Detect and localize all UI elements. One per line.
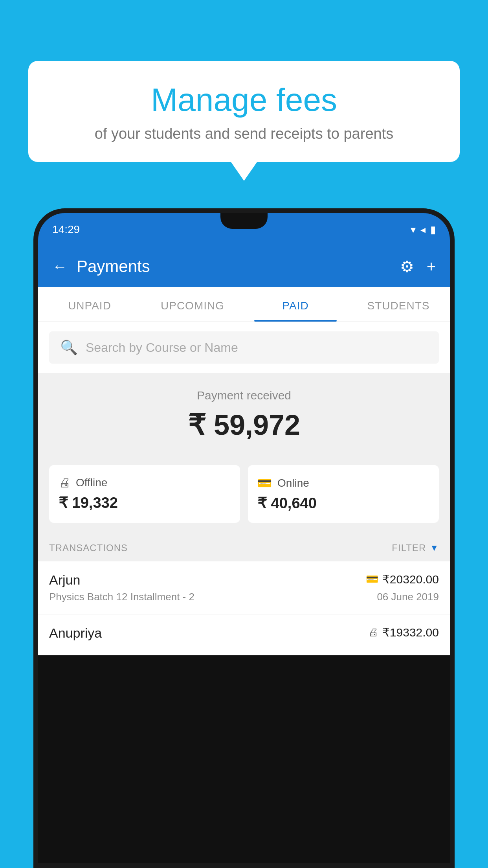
page-title: Payments	[77, 257, 150, 276]
search-bar-container: 🔍 Search by Course or Name	[38, 322, 450, 373]
header-right: ⚙ +	[400, 257, 436, 276]
online-card-header: 💳 Online	[257, 476, 309, 490]
add-icon[interactable]: +	[427, 258, 436, 276]
filter-button[interactable]: FILTER ▼	[392, 542, 439, 554]
payment-received-label: Payment received	[49, 389, 439, 402]
search-icon: 🔍	[60, 339, 78, 356]
settings-icon[interactable]: ⚙	[400, 257, 414, 276]
transaction-payment-icon: 🖨	[368, 626, 378, 638]
transaction-main-row: Arjun 💳 ₹20320.00	[49, 572, 439, 588]
transaction-main-row: Anupriya 🖨 ₹19332.00	[49, 625, 439, 641]
bubble-subtitle: of your students and send receipts to pa…	[52, 125, 436, 142]
app-header: ← Payments ⚙ +	[38, 246, 450, 287]
bubble-title: Manage fees	[52, 82, 436, 118]
status-icons: ▾ ◂ ▮	[411, 224, 436, 236]
payment-section: Payment received ₹ 59,972	[38, 373, 450, 465]
transaction-amount-wrap: 💳 ₹20320.00	[366, 572, 439, 586]
tab-unpaid[interactable]: UNPAID	[38, 287, 141, 322]
transaction-name: Anupriya	[49, 625, 102, 641]
speech-bubble: Manage fees of your students and send re…	[28, 61, 460, 162]
search-input[interactable]: Search by Course or Name	[86, 340, 238, 355]
battery-icon: ▮	[430, 224, 436, 236]
transaction-payment-icon: 💳	[366, 573, 378, 585]
transactions-header: TRANSACTIONS FILTER ▼	[38, 535, 450, 561]
filter-icon: ▼	[430, 543, 439, 553]
online-card: 💳 Online ₹ 40,640	[248, 465, 439, 523]
transaction-course: Physics Batch 12 Installment - 2	[49, 591, 194, 603]
offline-label: Offline	[76, 476, 107, 489]
phone-frame: 14:29 ▾ ◂ ▮ ← Payments ⚙ + UNPAID UPCOMI…	[33, 208, 455, 868]
transaction-amount: ₹19332.00	[382, 625, 439, 639]
transaction-amount-wrap: 🖨 ₹19332.00	[368, 625, 439, 639]
payment-received-amount: ₹ 59,972	[49, 408, 439, 441]
offline-amount: ₹ 19,332	[59, 494, 118, 511]
payment-cards-row: 🖨 Offline ₹ 19,332 💳 Online ₹ 40,640	[38, 465, 450, 535]
back-button[interactable]: ←	[52, 258, 67, 275]
tab-upcoming[interactable]: UPCOMING	[141, 287, 244, 322]
transaction-name: Arjun	[49, 572, 80, 588]
online-icon: 💳	[257, 476, 272, 490]
tab-bar: UNPAID UPCOMING PAID STUDENTS	[38, 287, 450, 322]
table-row[interactable]: Anupriya 🖨 ₹19332.00	[38, 614, 450, 655]
offline-icon: 🖨	[59, 476, 70, 489]
tab-paid[interactable]: PAID	[244, 287, 347, 322]
tab-students[interactable]: STUDENTS	[347, 287, 450, 322]
transaction-date: 06 June 2019	[377, 591, 439, 603]
app-content: 🔍 Search by Course or Name Payment recei…	[38, 322, 450, 655]
offline-card: 🖨 Offline ₹ 19,332	[49, 465, 240, 523]
header-left: ← Payments	[52, 257, 150, 276]
table-row[interactable]: Arjun 💳 ₹20320.00 Physics Batch 12 Insta…	[38, 561, 450, 614]
transactions-label: TRANSACTIONS	[49, 542, 128, 554]
online-amount: ₹ 40,640	[257, 495, 317, 512]
search-input-wrap[interactable]: 🔍 Search by Course or Name	[49, 331, 439, 364]
online-label: Online	[277, 477, 309, 489]
status-time: 14:29	[52, 223, 80, 236]
transaction-sub-row: Physics Batch 12 Installment - 2 06 June…	[49, 591, 439, 603]
filter-label: FILTER	[392, 542, 426, 554]
offline-card-header: 🖨 Offline	[59, 476, 107, 489]
status-bar: 14:29 ▾ ◂ ▮	[38, 213, 450, 246]
transaction-amount: ₹20320.00	[382, 572, 439, 586]
wifi-icon: ▾	[411, 224, 416, 236]
signal-icon: ◂	[420, 224, 426, 236]
